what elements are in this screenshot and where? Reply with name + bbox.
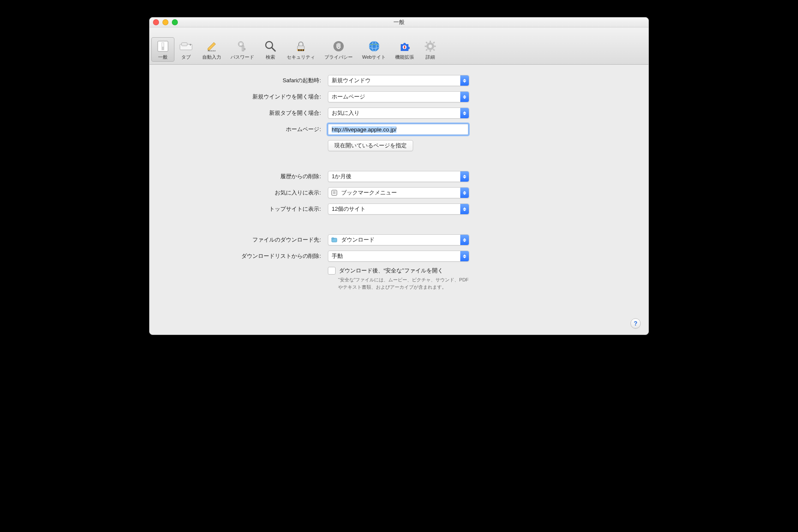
svg-line-15 bbox=[272, 48, 275, 51]
select-new-tab[interactable]: お気に入り bbox=[328, 108, 469, 119]
button-set-current-page[interactable]: 現在開いているページを指定 bbox=[328, 140, 413, 151]
svg-rect-4 bbox=[182, 43, 187, 46]
switch-icon bbox=[156, 39, 170, 53]
stepper-icon bbox=[460, 235, 469, 245]
toolbar: 一般 + タブ 自動入力 パスワード 検索 bbox=[150, 27, 648, 65]
toolbar-item-advanced[interactable]: 詳細 bbox=[419, 37, 442, 62]
checkbox-label: ダウンロード後、“安全な”ファイルを開く bbox=[339, 267, 443, 275]
select-value: お気に入り bbox=[332, 109, 360, 117]
svg-point-28 bbox=[429, 45, 432, 48]
svg-line-33 bbox=[426, 42, 427, 43]
toolbar-item-websites[interactable]: Webサイト bbox=[357, 37, 390, 62]
stepper-icon bbox=[460, 171, 469, 182]
svg-rect-41 bbox=[332, 238, 334, 239]
help-text-safe-files: “安全な”ファイルには、ムービー、ピクチャ、サウンド、PDFやテキスト書類、およ… bbox=[328, 276, 469, 290]
hand-icon bbox=[332, 39, 345, 53]
svg-rect-2 bbox=[162, 43, 164, 47]
select-value: ダウンロード bbox=[341, 236, 375, 244]
select-value: 1か月後 bbox=[332, 173, 351, 180]
svg-line-35 bbox=[433, 42, 435, 43]
toolbar-item-label: パスワード bbox=[231, 54, 254, 60]
svg-point-22 bbox=[369, 41, 379, 51]
globe-icon bbox=[367, 39, 381, 53]
svg-point-11 bbox=[240, 43, 242, 45]
pencil-icon bbox=[205, 39, 219, 53]
svg-text:+: + bbox=[189, 42, 192, 47]
tab-icon: + bbox=[179, 39, 193, 53]
svg-line-34 bbox=[433, 49, 435, 51]
puzzle-icon bbox=[398, 39, 411, 53]
stepper-icon bbox=[460, 92, 469, 102]
label-favorites-show: お気に入りに表示: bbox=[167, 189, 321, 197]
toolbar-item-label: 自動入力 bbox=[202, 54, 221, 60]
svg-rect-13 bbox=[244, 48, 245, 50]
toolbar-item-label: 機能拡張 bbox=[395, 54, 414, 60]
preferences-window: 一般 一般 + タブ 自動入力 パスワード bbox=[149, 17, 649, 335]
key-icon bbox=[236, 39, 249, 53]
toolbar-item-label: 詳細 bbox=[426, 54, 435, 60]
toolbar-item-privacy[interactable]: プライバシー bbox=[320, 37, 357, 62]
stepper-icon bbox=[460, 204, 469, 214]
toolbar-item-search[interactable]: 検索 bbox=[259, 37, 282, 62]
toolbar-item-label: Webサイト bbox=[362, 54, 386, 60]
label-history-remove: 履歴からの削除: bbox=[167, 173, 321, 180]
toolbar-item-tabs[interactable]: + タブ bbox=[174, 37, 198, 62]
toolbar-item-label: 一般 bbox=[158, 54, 168, 60]
toolbar-item-extensions[interactable]: 機能拡張 bbox=[390, 37, 419, 62]
label-download-list-remove: ダウンロードリストからの削除: bbox=[167, 252, 321, 260]
help-button[interactable]: ? bbox=[630, 318, 641, 329]
select-value: 手動 bbox=[332, 252, 343, 260]
label-new-window: 新規ウインドウを開く場合: bbox=[167, 93, 321, 101]
label-download-location: ファイルのダウンロード先: bbox=[167, 236, 321, 244]
select-download-location[interactable]: ダウンロード bbox=[328, 234, 469, 245]
toolbar-item-label: セキュリティ bbox=[287, 54, 315, 60]
svg-rect-37 bbox=[332, 190, 337, 195]
select-value: 12個のサイト bbox=[332, 205, 366, 213]
folder-icon bbox=[331, 236, 338, 243]
toolbar-item-autofill[interactable]: 自動入力 bbox=[198, 37, 226, 62]
toolbar-item-general[interactable]: 一般 bbox=[151, 37, 174, 62]
svg-line-36 bbox=[426, 49, 427, 51]
titlebar: 一般 bbox=[150, 18, 648, 27]
svg-rect-19 bbox=[300, 49, 302, 51]
select-value: 新規ウインドウ bbox=[332, 77, 371, 84]
toolbar-item-label: タブ bbox=[181, 54, 191, 60]
select-favorites-show[interactable]: ブックマークメニュー bbox=[328, 187, 469, 198]
select-download-list-remove[interactable]: 手動 bbox=[328, 251, 469, 262]
svg-rect-12 bbox=[242, 46, 244, 51]
stepper-icon bbox=[460, 188, 469, 198]
label-topsites: トップサイトに表示: bbox=[167, 205, 321, 213]
select-new-window[interactable]: ホームページ bbox=[328, 91, 469, 102]
label-new-tab: 新規タブを開く場合: bbox=[167, 109, 321, 117]
checkbox-open-safe-files[interactable] bbox=[328, 267, 336, 275]
label-homepage: ホームページ: bbox=[167, 126, 321, 133]
toolbar-item-label: プライバシー bbox=[324, 54, 353, 60]
select-value: ブックマークメニュー bbox=[341, 189, 397, 197]
select-startup[interactable]: 新規ウインドウ bbox=[328, 75, 469, 86]
toolbar-item-security[interactable]: セキュリティ bbox=[282, 37, 320, 62]
toolbar-item-label: 検索 bbox=[266, 54, 275, 60]
lock-icon bbox=[294, 39, 308, 53]
svg-point-21 bbox=[333, 41, 344, 51]
select-topsites[interactable]: 12個のサイト bbox=[328, 203, 469, 215]
select-history-remove[interactable]: 1か月後 bbox=[328, 171, 469, 182]
stepper-icon bbox=[460, 108, 469, 118]
select-value: ホームページ bbox=[332, 93, 365, 101]
toolbar-item-passwords[interactable]: パスワード bbox=[226, 37, 259, 62]
svg-rect-20 bbox=[303, 49, 304, 51]
svg-marker-6 bbox=[208, 42, 216, 50]
content-pane: Safariの起動時: 新規ウインドウ 新規ウインドウを開く場合: ホームページ… bbox=[150, 65, 648, 335]
stepper-icon bbox=[460, 251, 469, 261]
svg-rect-18 bbox=[298, 49, 300, 51]
gear-icon bbox=[423, 39, 437, 53]
label-startup: Safariの起動時: bbox=[167, 77, 321, 84]
magnifier-icon bbox=[264, 39, 277, 53]
stepper-icon bbox=[460, 75, 469, 86]
input-homepage[interactable] bbox=[328, 124, 468, 135]
window-title: 一般 bbox=[150, 18, 648, 26]
bookmark-icon bbox=[331, 189, 338, 196]
